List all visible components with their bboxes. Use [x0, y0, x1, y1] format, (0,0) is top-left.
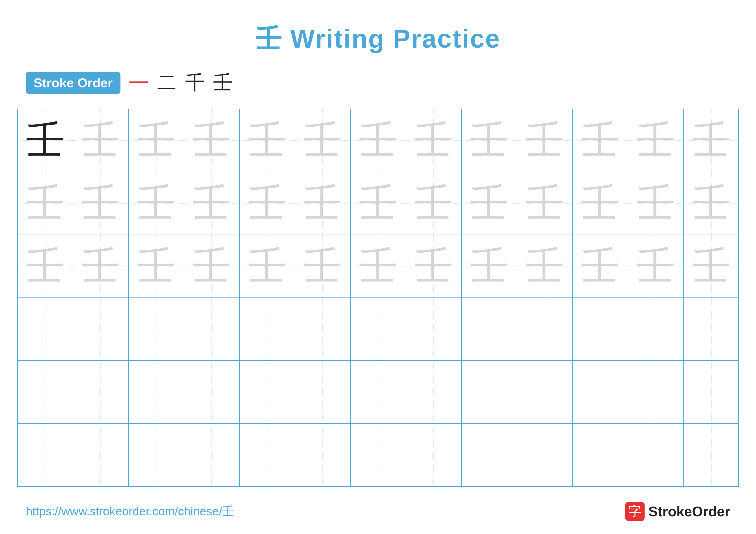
- character-faded: 壬: [414, 247, 453, 286]
- grid-cell[interactable]: 壬: [573, 235, 628, 297]
- grid-cell[interactable]: [684, 361, 739, 423]
- grid-cell[interactable]: [628, 424, 684, 486]
- grid-cell[interactable]: [628, 298, 684, 360]
- grid-cell[interactable]: 壬: [184, 109, 240, 172]
- grid-cell[interactable]: [184, 298, 240, 360]
- grid-cell[interactable]: 壬: [462, 109, 517, 172]
- grid-cell[interactable]: 壬: [351, 172, 406, 235]
- grid-cell[interactable]: 壬: [406, 172, 462, 235]
- grid-cell[interactable]: [351, 298, 406, 360]
- grid-cell[interactable]: 壬: [517, 172, 573, 235]
- grid-cell[interactable]: [573, 424, 628, 486]
- character-faded: 壬: [526, 184, 564, 223]
- grid-cell[interactable]: 壬: [240, 235, 295, 297]
- character-faded: 壬: [636, 247, 675, 286]
- grid-cell[interactable]: [129, 361, 184, 423]
- footer-logo-char: 字: [629, 503, 641, 520]
- grid-cell[interactable]: 壬: [462, 235, 517, 297]
- grid-cell[interactable]: [18, 361, 73, 423]
- character-faded: 壬: [581, 247, 620, 286]
- character-faded: 壬: [414, 121, 453, 160]
- grid-cell[interactable]: [18, 424, 73, 486]
- grid-cell[interactable]: [462, 298, 517, 360]
- grid-cell[interactable]: 壬: [517, 235, 573, 297]
- grid-cell[interactable]: [573, 361, 628, 423]
- grid-cell[interactable]: 壬: [240, 172, 295, 235]
- grid-cell[interactable]: [18, 298, 73, 360]
- page-title: 壬 Writing Practice: [0, 0, 756, 57]
- grid-cell[interactable]: 壬: [129, 109, 184, 172]
- grid-cell[interactable]: 壬: [184, 172, 240, 235]
- grid-cell[interactable]: 壬: [73, 235, 129, 297]
- character-faded: 壬: [526, 121, 564, 160]
- grid-cell[interactable]: [462, 424, 517, 486]
- grid-cell[interactable]: 壬: [573, 109, 628, 172]
- grid-cell[interactable]: 壬: [684, 235, 739, 297]
- grid-cell[interactable]: 壬: [517, 109, 573, 172]
- grid-cell[interactable]: 壬: [295, 172, 351, 235]
- grid-cell[interactable]: 壬: [406, 109, 462, 172]
- grid-cell[interactable]: [462, 361, 517, 423]
- grid-cell[interactable]: [406, 361, 462, 423]
- grid-cell[interactable]: 壬: [73, 172, 129, 235]
- grid-cell[interactable]: 壬: [573, 172, 628, 235]
- grid-cell[interactable]: 壬: [628, 172, 684, 235]
- grid-cell[interactable]: [406, 298, 462, 360]
- character-faded: 壬: [692, 184, 731, 223]
- grid-cell[interactable]: 壬: [240, 109, 295, 172]
- grid-cell[interactable]: [351, 424, 406, 486]
- grid-cell[interactable]: [73, 424, 129, 486]
- grid-cell[interactable]: [73, 361, 129, 423]
- character-faded: 壬: [248, 121, 286, 160]
- stroke-1: ㇐: [129, 69, 148, 96]
- grid-cell[interactable]: 壬: [73, 109, 129, 172]
- grid-cell[interactable]: [517, 424, 573, 486]
- title-char: 壬: [256, 24, 282, 53]
- character-faded: 壬: [636, 184, 675, 223]
- character-faded: 壬: [26, 247, 65, 286]
- grid-cell[interactable]: [129, 298, 184, 360]
- grid-cell[interactable]: [295, 424, 351, 486]
- grid-cell[interactable]: 壬: [295, 235, 351, 297]
- grid-cell[interactable]: [184, 361, 240, 423]
- grid-cell[interactable]: [184, 424, 240, 486]
- grid-cell[interactable]: 壬: [129, 235, 184, 297]
- grid-cell[interactable]: [295, 361, 351, 423]
- grid-row-2: 壬 壬 壬 壬 壬 壬 壬 壬 壬 壬 壬 壬 壬: [18, 172, 738, 235]
- grid-cell[interactable]: [351, 361, 406, 423]
- character-solid: 壬: [26, 121, 65, 160]
- grid-cell[interactable]: [684, 298, 739, 360]
- grid-cell[interactable]: [684, 424, 739, 486]
- grid-cell[interactable]: 壬: [18, 172, 73, 235]
- footer-url[interactable]: https://www.strokeorder.com/chinese/壬: [26, 503, 234, 519]
- grid-cell[interactable]: 壬: [462, 172, 517, 235]
- footer-logo-text: StrokeOrder: [648, 503, 730, 520]
- character-faded: 壬: [26, 184, 65, 223]
- character-faded: 壬: [248, 184, 286, 223]
- grid-cell[interactable]: 壬: [351, 235, 406, 297]
- grid-cell[interactable]: [240, 298, 295, 360]
- grid-cell[interactable]: 壬: [628, 235, 684, 297]
- grid-cell[interactable]: [240, 424, 295, 486]
- grid-cell[interactable]: 壬: [295, 109, 351, 172]
- grid-cell[interactable]: 壬: [129, 172, 184, 235]
- grid-cell[interactable]: 壬: [684, 109, 739, 172]
- grid-cell[interactable]: 壬: [184, 235, 240, 297]
- grid-cell[interactable]: [406, 424, 462, 486]
- grid-cell[interactable]: 壬: [406, 235, 462, 297]
- grid-cell[interactable]: [129, 424, 184, 486]
- grid-cell[interactable]: [295, 298, 351, 360]
- grid-cell[interactable]: [517, 298, 573, 360]
- grid-cell[interactable]: [73, 298, 129, 360]
- grid-cell[interactable]: 壬: [628, 109, 684, 172]
- character-faded: 壬: [137, 247, 176, 286]
- grid-cell[interactable]: 壬: [351, 109, 406, 172]
- grid-cell[interactable]: [240, 361, 295, 423]
- grid-cell[interactable]: [517, 361, 573, 423]
- grid-cell[interactable]: [628, 361, 684, 423]
- grid-cell[interactable]: [573, 298, 628, 360]
- grid-cell[interactable]: 壬: [684, 172, 739, 235]
- stroke-2: 二: [157, 69, 176, 96]
- grid-cell[interactable]: 壬: [18, 109, 73, 172]
- grid-cell[interactable]: 壬: [18, 235, 73, 297]
